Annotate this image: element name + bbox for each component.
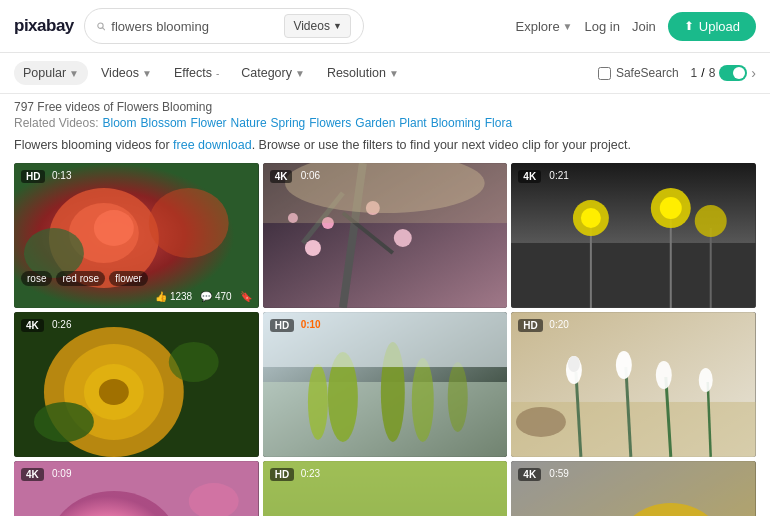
video-time: 0:59 — [549, 468, 568, 479]
video-card-7[interactable]: 4K 0:09 — [14, 461, 259, 516]
chevron-down-icon: ▼ — [563, 21, 573, 32]
svg-point-0 — [98, 23, 103, 28]
video-time: 0:06 — [301, 170, 320, 181]
svg-line-1 — [102, 27, 104, 29]
chevron-down-icon: ▼ — [142, 68, 152, 79]
svg-point-28 — [695, 205, 727, 237]
tag-blossom[interactable]: Blossom — [141, 116, 187, 130]
quality-badge: HD — [270, 468, 294, 481]
video-card-9[interactable]: 4K 0:59 — [511, 461, 756, 516]
page-current: 1 — [691, 66, 698, 80]
search-input[interactable] — [111, 19, 278, 34]
svg-point-35 — [169, 342, 219, 382]
video-time: 0:13 — [52, 170, 71, 181]
svg-point-40 — [308, 364, 328, 440]
videos-filter[interactable]: Videos ▼ — [92, 61, 161, 85]
tag-flowers[interactable]: Flowers — [309, 116, 351, 130]
tag: rose — [21, 271, 52, 286]
svg-point-5 — [94, 210, 134, 246]
category-filter[interactable]: Category ▼ — [232, 61, 314, 85]
video-card-6[interactable]: HD 0:20 — [511, 312, 756, 457]
upload-button[interactable]: ⬆ Upload — [668, 12, 756, 41]
video-card-8[interactable]: HD 0:23 — [263, 461, 508, 516]
explore-label: Explore — [516, 19, 560, 34]
next-page-button[interactable]: › — [751, 65, 756, 81]
chevron-down-icon: ▼ — [69, 68, 79, 79]
search-type-button[interactable]: Videos ▼ — [284, 14, 350, 38]
svg-rect-43 — [263, 312, 508, 367]
login-button[interactable]: Log in — [585, 19, 620, 34]
filter-bar: Popular ▼ Videos ▼ Effects - Category ▼ … — [0, 53, 770, 94]
effects-label: Effects — [174, 66, 212, 80]
popular-filter[interactable]: Popular ▼ — [14, 61, 88, 85]
svg-point-42 — [447, 362, 467, 432]
video-card-1[interactable]: HD 0:13 rose red rose flower 👍 1238 💬 47… — [14, 163, 259, 308]
svg-point-23 — [581, 208, 601, 228]
video-card-4[interactable]: 4K 0:26 — [14, 312, 259, 457]
explore-button[interactable]: Explore ▼ — [516, 19, 573, 34]
video-card-3[interactable]: 4K 0:21 — [511, 163, 756, 308]
quality-badge: 4K — [518, 170, 541, 183]
popular-label: Popular — [23, 66, 66, 80]
join-button[interactable]: Join — [632, 19, 656, 34]
quality-badge: HD — [270, 319, 294, 332]
related-label: Related Videos: — [14, 116, 99, 130]
video-tags: rose red rose flower — [21, 271, 148, 286]
safesearch-checkbox[interactable] — [598, 67, 611, 80]
video-card-2[interactable]: 4K 0:06 — [263, 163, 508, 308]
video-time: 0:09 — [52, 468, 71, 479]
tag-blooming[interactable]: Blooming — [431, 116, 481, 130]
video-time: 0:23 — [301, 468, 320, 479]
svg-point-55 — [516, 407, 566, 437]
resolution-filter[interactable]: Resolution ▼ — [318, 61, 408, 85]
quality-badge: 4K — [518, 468, 541, 481]
svg-rect-72 — [511, 461, 756, 516]
tag-bloom[interactable]: Bloom — [103, 116, 137, 130]
chevron-down-icon: ▼ — [389, 68, 399, 79]
chevron-down-icon: - — [216, 68, 219, 79]
info-bar: 797 Free videos of Flowers Blooming Rela… — [0, 94, 770, 132]
effects-filter[interactable]: Effects - — [165, 61, 228, 85]
video-card-5[interactable]: HD 0:10 — [263, 312, 508, 457]
quality-badge: 4K — [270, 170, 293, 183]
tag-nature[interactable]: Nature — [231, 116, 267, 130]
free-download-link[interactable]: free download — [173, 138, 252, 152]
chevron-down-icon: ▼ — [295, 68, 305, 79]
page-separator: / — [701, 66, 704, 80]
svg-point-7 — [149, 188, 229, 258]
tag-flower[interactable]: Flower — [191, 116, 227, 130]
video-time: 0:10 — [301, 319, 321, 330]
svg-rect-20 — [511, 243, 756, 308]
safesearch-control: SafeSearch — [598, 66, 679, 80]
page-total: 8 — [709, 66, 716, 80]
quality-badge: HD — [518, 319, 542, 332]
tag-flora[interactable]: Flora — [485, 116, 512, 130]
bookmark-icon: 🔖 — [240, 291, 252, 302]
tag-spring[interactable]: Spring — [271, 116, 306, 130]
svg-point-41 — [411, 358, 433, 442]
page-toggle[interactable] — [719, 65, 747, 81]
logo: pixabay — [14, 16, 74, 36]
header: pixabay Videos ▼ Explore ▼ Log in Join ⬆… — [0, 0, 770, 53]
upload-label: Upload — [699, 19, 740, 34]
svg-point-54 — [699, 368, 713, 392]
likes-count: 👍 1238 — [155, 291, 192, 302]
svg-point-12 — [305, 240, 321, 256]
tag-plant[interactable]: Plant — [399, 116, 426, 130]
result-count: 797 Free videos of Flowers Blooming — [14, 100, 756, 114]
quality-badge: HD — [21, 170, 45, 183]
svg-point-50 — [616, 351, 632, 379]
tag-garden[interactable]: Garden — [355, 116, 395, 130]
tag: flower — [109, 271, 148, 286]
svg-point-34 — [34, 402, 94, 442]
chevron-down-icon: ▼ — [333, 21, 342, 31]
description: Flowers blooming videos for free downloa… — [0, 132, 770, 163]
resolution-label: Resolution — [327, 66, 386, 80]
search-bar: Videos ▼ — [84, 8, 364, 44]
search-type-label: Videos — [293, 19, 329, 33]
svg-point-52 — [656, 361, 672, 389]
svg-point-26 — [660, 197, 682, 219]
svg-point-33 — [99, 379, 129, 405]
pagination: 1 / 8 › — [691, 65, 756, 81]
search-icon — [97, 20, 106, 33]
